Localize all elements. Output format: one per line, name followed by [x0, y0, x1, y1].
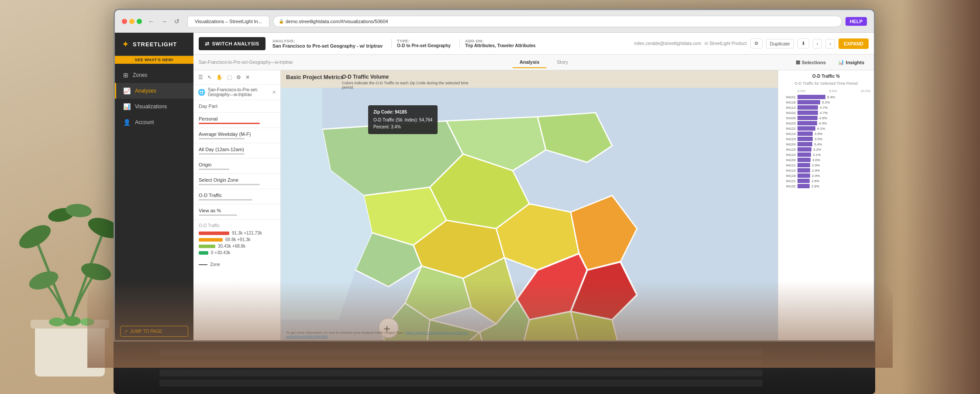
download-button[interactable]: ⬇	[797, 38, 809, 48]
sidebar-item-account[interactable]: 👤 Account	[115, 114, 193, 130]
select-button[interactable]: ⬚	[226, 73, 233, 82]
streetlight-logo-icon: ✦	[122, 39, 129, 49]
keyboard-row-3	[159, 370, 763, 377]
legend-zone: Zone	[193, 260, 280, 269]
bar-label-1: 94118	[782, 100, 796, 104]
bar-label-0: 94101	[782, 95, 796, 99]
back-button[interactable]: ←	[145, 17, 157, 26]
settings-panel-button[interactable]: ⚙	[235, 73, 242, 82]
maximize-button[interactable]	[137, 19, 142, 24]
bar-fill-13	[797, 163, 810, 167]
close-analysis-icon[interactable]: ✕	[272, 90, 276, 95]
bar-fill-4	[797, 116, 818, 120]
sub-toolbar: San-Francisco-to-Pre-set-Geography—w-tri…	[193, 55, 874, 70]
bar-value-14: 2.9%	[812, 169, 820, 173]
prev-button[interactable]: ‹	[813, 39, 822, 48]
bar-label-3: 94102	[782, 111, 796, 115]
duplicate-button[interactable]: Duplicate	[766, 39, 794, 48]
next-button[interactable]: ›	[825, 39, 835, 48]
addon-info: ADD-ON: Trip Attributes, Traveler Attrib…	[459, 39, 536, 48]
od-traffic-section: O-D Traffic 91.3k +121.73k 68.8k +91.3k	[193, 220, 280, 260]
bar-value-4: 4.6%	[819, 116, 827, 120]
bar-row-9: 94124 3.4%	[782, 142, 870, 146]
bar-fill-1	[797, 100, 820, 104]
od-bar-orange	[199, 238, 223, 242]
bar-row-8: 94123 3.5%	[782, 137, 870, 141]
chart-subtitle: O-D Traffic for Selected Time Period	[782, 81, 870, 86]
type-label: TYPE:	[397, 39, 451, 43]
analysis-name-text: San Francisco to Pre-set Geography - w/ …	[273, 43, 383, 48]
bar-row-0: 94101 6.4%	[782, 95, 870, 99]
bar-value-2: 4.7%	[820, 106, 828, 110]
current-analysis-path: San-Francisco-to-Pre-set-Geography—w-tri…	[199, 60, 293, 65]
bar-label-12: 94133	[782, 158, 796, 162]
browser-tab[interactable]: Visualizations – StreetLight In...	[187, 16, 269, 27]
menu-button[interactable]: ☰	[197, 73, 204, 82]
tab-label: Visualizations – StreetLight In...	[195, 19, 262, 24]
hand-button[interactable]: ✋	[215, 73, 224, 82]
help-button[interactable]: HELP	[845, 17, 867, 26]
sidebar-item-visualizations[interactable]: 📊 Visualizations	[115, 99, 193, 114]
close-panel-button[interactable]: ✕	[244, 73, 251, 82]
selections-button[interactable]: ▦ Selections	[791, 58, 830, 67]
type-value: O-D to Pre-set Geography	[397, 43, 451, 48]
bar-fill-9	[797, 142, 812, 146]
map-od-desc: Colors indicate the O-D Traffic to each …	[342, 81, 473, 90]
bar-row-4: 94109 4.6%	[782, 116, 870, 120]
od-traffic-filter-label: O-D Traffic	[199, 193, 222, 198]
map-main-title: Basic Project Metrics	[286, 74, 344, 80]
bar-fill-11	[797, 152, 811, 157]
switch-analysis-button[interactable]: ⇄ SWITCH ANALYSIS	[199, 37, 266, 50]
weekday-label: Average Weekday (M-F)	[199, 131, 251, 137]
sidebar-item-label-analyses: Analyses	[135, 88, 156, 94]
map-od-title: O-D Traffic Volume	[342, 74, 473, 80]
bar-fill-17	[797, 184, 810, 188]
bar-value-0: 6.4%	[827, 95, 835, 99]
sidebar-item-zones[interactable]: ⊞ Zones	[115, 67, 193, 83]
select-origin-zone-label: Select Origin Zone	[199, 177, 238, 183]
analysis-section-label: ANALYSIS:	[273, 39, 383, 43]
bar-label-13: 94111	[782, 163, 796, 167]
browser-chrome: ← → ↺ Visualizations – StreetLight In...…	[115, 10, 874, 33]
filter-od-traffic[interactable]: O-D Traffic	[193, 189, 280, 204]
expand-button[interactable]: EXPAND	[839, 38, 869, 49]
filter-view-as[interactable]: View as %	[193, 204, 280, 220]
insights-button[interactable]: 📊 Insights	[834, 58, 869, 67]
bar-fill-0	[797, 95, 825, 99]
origin-label: Origin	[199, 162, 211, 167]
od-bar-med-high: 68.8k +91.3k	[199, 237, 275, 242]
close-button[interactable]	[122, 19, 127, 24]
tab-analysis[interactable]: Analysis	[513, 57, 546, 68]
view-as-label: View as %	[199, 208, 221, 213]
bar-row-12: 94133 3.0%	[782, 158, 870, 162]
filter-select-origin-zone[interactable]: Select Origin Zone	[193, 174, 280, 189]
bar-row-16: 94121 2.8%	[782, 179, 870, 183]
analyses-icon: 📈	[123, 87, 131, 94]
filter-weekday[interactable]: Average Weekday (M-F)	[193, 128, 280, 143]
settings-button[interactable]: ⚙	[750, 38, 763, 48]
filter-personal[interactable]: Personal	[193, 113, 280, 128]
refresh-button[interactable]: ↺	[172, 17, 182, 26]
bar-label-4: 94109	[782, 116, 796, 120]
bar-row-1: 94118 5.2%	[782, 100, 870, 104]
bar-label-5: 94103	[782, 121, 796, 125]
address-bar[interactable]: 🔒 demo.streetlightdata.com/#/visualizati…	[273, 16, 842, 27]
legend-zone-line	[199, 264, 207, 265]
filter-origin[interactable]: Origin	[193, 159, 280, 174]
od-bar-red	[199, 232, 229, 235]
tab-story[interactable]: Story	[550, 57, 575, 68]
filter-allday[interactable]: All Day (12am-12am)	[193, 143, 280, 159]
bar-row-17: 94132 2.8%	[782, 184, 870, 188]
minimize-button[interactable]	[129, 19, 135, 24]
bar-label-14: 94114	[782, 169, 796, 173]
type-info: TYPE: O-D to Pre-set Geography	[391, 39, 451, 48]
cursor-button[interactable]: ↖	[206, 73, 213, 82]
forward-button[interactable]: →	[159, 17, 170, 26]
window-controls	[122, 19, 142, 24]
od-bar-low: 0 +30.43k	[199, 250, 275, 255]
sidebar-item-analyses[interactable]: 📈 Analyses	[115, 83, 193, 99]
filter-day-part[interactable]: Day Part	[193, 100, 280, 113]
see-whats-new-banner[interactable]: SEE WHAT'S NEW!	[115, 56, 193, 64]
analysis-info: ANALYSIS: San Francisco to Pre-set Geogr…	[273, 39, 383, 48]
svg-point-2	[15, 221, 54, 253]
